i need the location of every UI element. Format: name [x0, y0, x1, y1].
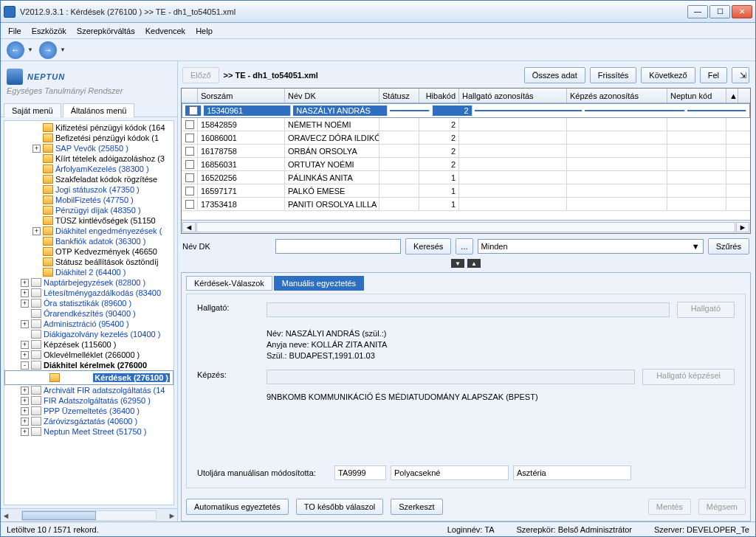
expander-icon[interactable]: - — [21, 361, 29, 370]
col-checkbox[interactable] — [182, 89, 198, 103]
filter-select[interactable]: Minden▼ — [478, 239, 704, 254]
table-row[interactable]: 17353418PANITI ORSOLYA LILLA1 — [182, 198, 750, 211]
menu-favorites[interactable]: Kedvencek — [145, 27, 185, 35]
col-hibakod[interactable]: Hibakód — [419, 89, 459, 103]
table-row[interactable]: 16597171PALKÓ EMESE1 — [182, 184, 750, 198]
tree-node[interactable]: +Oklevélmelléklet (266000 ) — [4, 350, 173, 360]
col-neptun[interactable]: Neptun kód — [667, 89, 726, 103]
col-statusz[interactable]: Státusz — [379, 89, 419, 103]
row-checkbox[interactable] — [185, 120, 194, 129]
scroll-left-icon[interactable]: ◄ — [1, 511, 11, 520]
grid-scroll-right-icon[interactable]: ► — [736, 222, 749, 232]
menu-roles[interactable]: Szerepkörváltás — [77, 27, 135, 35]
tree-node[interactable]: Szakfeladat kódok rögzítése — [4, 174, 173, 184]
hallgato-button[interactable]: Hallgató — [677, 302, 735, 318]
expander-icon[interactable]: + — [21, 397, 29, 405]
menu-tools[interactable]: Eszközök — [32, 27, 66, 35]
expander-icon[interactable]: + — [21, 387, 29, 395]
tree-node[interactable]: -Diákhitel kérelmek (276000 — [4, 360, 173, 370]
menu-file[interactable]: File — [8, 27, 21, 35]
tree-node[interactable]: +Záróvizsgáztatás (40600 ) — [4, 416, 173, 426]
col-scroll-up-icon[interactable]: ▲ — [726, 89, 738, 103]
minimize-button[interactable]: — — [687, 5, 708, 18]
tree-node[interactable]: +Adminisztráció (95400 ) — [4, 319, 173, 329]
expander-icon[interactable]: + — [32, 145, 41, 153]
data-grid[interactable]: Sorszám Név DK Státusz Hibakód Hallgató … — [181, 88, 751, 234]
tree-node[interactable]: +Képzések (115600 ) — [4, 339, 173, 350]
collapse-down-icon[interactable]: ▼ — [451, 259, 464, 268]
nav-forward-drop-icon[interactable]: ▼ — [60, 46, 69, 53]
grid-scroll-left-icon[interactable]: ◄ — [182, 222, 196, 232]
tree-node[interactable]: Kifizetési pénzügyi kódok (164 — [4, 122, 173, 133]
all-data-button[interactable]: Összes adat — [524, 67, 585, 83]
row-checkbox[interactable] — [189, 106, 198, 115]
row-checkbox[interactable] — [185, 187, 194, 195]
tab-own-menu[interactable]: Saját menü — [4, 103, 61, 117]
tree-node[interactable]: +SAP Vevők (25850 ) — [4, 143, 173, 153]
tree-node[interactable]: +PPP Üzemeltetés (36400 ) — [4, 406, 173, 416]
edit-button[interactable]: Szerkeszt — [391, 499, 442, 515]
tab-manualis[interactable]: Manuális egyeztetés — [274, 276, 364, 291]
tree-node[interactable]: Befizetési pénzügyi kódok (1 — [4, 133, 173, 143]
tree-node[interactable]: Bankfiók adatok (36300 ) — [4, 236, 173, 246]
tree-node[interactable]: +Óra statisztikák (89600 ) — [4, 298, 173, 308]
kepzes-button[interactable]: Hallgató képzései — [642, 369, 735, 385]
tree-node[interactable]: Kíírt tételek adóigazoláshoz (3 — [4, 153, 173, 164]
nav-forward-button[interactable]: → — [39, 41, 57, 59]
expander-icon[interactable]: + — [21, 351, 29, 359]
search-button[interactable]: Keresés — [405, 238, 451, 254]
row-checkbox[interactable] — [185, 147, 194, 156]
tree-node[interactable]: OTP Kedvezmények (46650 — [4, 246, 173, 257]
tree-node[interactable]: Órarendkészítés (90400 ) — [4, 308, 173, 319]
scroll-right-icon[interactable]: ► — [167, 511, 177, 520]
table-row[interactable]: 16856031ORTUTAY NOÉMI2 — [182, 158, 750, 171]
tree-node[interactable]: Státusz beállítások ösztöndíj — [4, 257, 173, 267]
expander-icon[interactable]: + — [32, 227, 41, 235]
save-button[interactable]: Mentés — [648, 499, 691, 515]
cancel-button[interactable]: Mégsem — [698, 499, 746, 515]
table-row[interactable]: 16520256PÁLINKÁS ANITA1 — [182, 171, 750, 184]
maximize-button[interactable]: ☐ — [709, 5, 730, 18]
col-sorszam[interactable]: Sorszám — [198, 89, 285, 103]
expander-icon[interactable]: + — [21, 428, 29, 436]
tree-node[interactable]: Jogi státuszok (47350 ) — [4, 184, 173, 195]
tree-node[interactable]: +FIR Adatszolgáltatás (62950 ) — [4, 395, 173, 406]
refresh-button[interactable]: Frissítés — [590, 67, 637, 83]
expander-icon[interactable]: + — [21, 320, 29, 328]
expander-icon[interactable]: + — [21, 279, 29, 287]
filter-button[interactable]: Szűrés — [708, 238, 749, 254]
nav-back-drop-icon[interactable]: ▼ — [27, 46, 36, 53]
tree-node[interactable]: TÜSZ kintlévőségek (51150 — [4, 215, 173, 226]
nav-tree[interactable]: Kifizetési pénzügyi kódok (164Befizetési… — [4, 120, 174, 505]
close-button[interactable]: ✕ — [732, 5, 752, 18]
next-button[interactable]: Következő — [641, 67, 695, 83]
tree-node[interactable]: +Létesítménygazdálkodás (83400 — [4, 288, 173, 298]
table-row[interactable]: 15842859NÉMETH NOÉMI2 — [182, 118, 750, 131]
menu-help[interactable]: Help — [196, 27, 213, 35]
tree-node[interactable]: +Diákhitel engedményezések ( — [4, 226, 173, 236]
nav-back-button[interactable]: ← — [7, 41, 24, 59]
expander-icon[interactable]: + — [21, 299, 29, 308]
expander-icon[interactable]: + — [21, 418, 29, 426]
auto-match-button[interactable]: Automatikus egyeztetés — [186, 499, 289, 515]
collapse-up-icon[interactable]: ▲ — [467, 259, 481, 268]
tree-node[interactable]: Diákigazolvány kezelés (10400 ) — [4, 329, 173, 339]
row-checkbox[interactable] — [185, 200, 194, 209]
tree-node[interactable]: Pénzügyi díjak (48350 ) — [4, 205, 173, 215]
table-row[interactable]: 16086001ORAVECZ DÓRA ILDIKÓ2 — [182, 131, 750, 145]
tab-general-menu[interactable]: Általános menü — [63, 103, 135, 117]
tab-kerdesek[interactable]: Kérdések-Válaszok — [186, 276, 272, 291]
to-later-button[interactable]: TO később válaszol — [296, 499, 383, 515]
tree-node[interactable]: +Neptun Meet Street (51750 ) — [4, 426, 173, 437]
up-button[interactable]: Fel — [700, 67, 727, 83]
tree-node[interactable]: ÁrfolyamKezelés (38300 ) — [4, 164, 173, 174]
tree-node[interactable]: +Archivált FIR adatszolgáltatás (14 — [4, 385, 173, 395]
tree-node[interactable]: MobilFizetés (47750 ) — [4, 195, 173, 205]
expander-icon[interactable]: + — [21, 289, 29, 297]
col-nev[interactable]: Név DK — [285, 89, 379, 103]
row-checkbox[interactable] — [185, 134, 194, 142]
search-input[interactable] — [275, 239, 401, 254]
expander-icon[interactable]: + — [21, 407, 29, 415]
row-checkbox[interactable] — [185, 160, 194, 169]
tree-node[interactable]: Kérdések (276100 ) — [4, 370, 173, 385]
